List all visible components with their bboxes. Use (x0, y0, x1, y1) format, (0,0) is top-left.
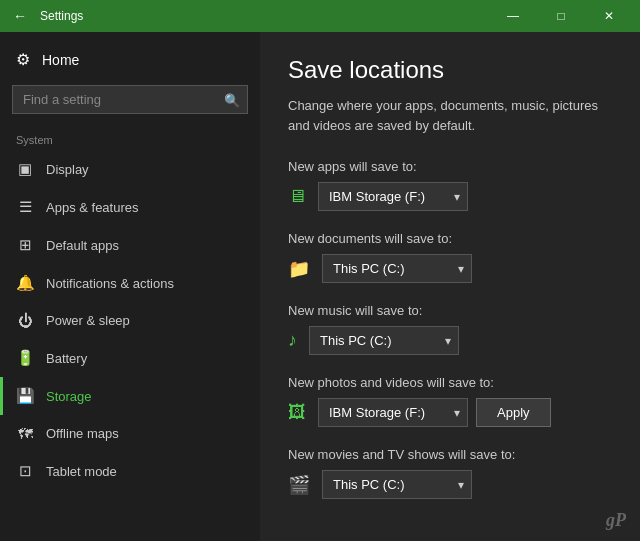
close-button[interactable]: ✕ (586, 0, 632, 32)
window-controls: — □ ✕ (490, 0, 632, 32)
photos-dropdown[interactable]: IBM Storage (F:) This PC (C:) (318, 398, 468, 427)
default-apps-icon: ⊞ (16, 236, 34, 254)
music-save-label: New music will save to: (288, 303, 612, 318)
tablet-icon: ⊡ (16, 462, 34, 480)
sidebar-item-tablet-mode-label: Tablet mode (46, 464, 117, 479)
apps-save-controls: 🖥 IBM Storage (F:) This PC (C:) (288, 182, 612, 211)
page-title: Save locations (288, 56, 612, 84)
documents-save-label: New documents will save to: (288, 231, 612, 246)
battery-icon: 🔋 (16, 349, 34, 367)
documents-save-controls: 📁 This PC (C:) IBM Storage (F:) (288, 254, 612, 283)
music-dropdown-wrapper: This PC (C:) IBM Storage (F:) (309, 326, 459, 355)
apps-dropdown-wrapper: IBM Storage (F:) This PC (C:) (318, 182, 468, 211)
sidebar-item-battery[interactable]: 🔋 Battery (0, 339, 260, 377)
sidebar-item-default-apps-label: Default apps (46, 238, 119, 253)
photos-save-label: New photos and videos will save to: (288, 375, 612, 390)
movies-row-icon: 🎬 (288, 474, 310, 496)
sidebar-home[interactable]: ⚙ Home (0, 40, 260, 79)
content-area: Save locations Change where your apps, d… (260, 32, 640, 541)
save-row-apps: New apps will save to: 🖥 IBM Storage (F:… (288, 159, 612, 211)
window-title: Settings (40, 9, 490, 23)
sidebar: ⚙ Home 🔍 System ▣ Display ☰ Apps & featu… (0, 32, 260, 541)
maximize-button[interactable]: □ (538, 0, 584, 32)
save-row-photos: New photos and videos will save to: 🖼 IB… (288, 375, 612, 427)
sidebar-item-display[interactable]: ▣ Display (0, 150, 260, 188)
sidebar-home-label: Home (42, 52, 79, 68)
apps-dropdown[interactable]: IBM Storage (F:) This PC (C:) (318, 182, 468, 211)
sidebar-item-storage[interactable]: 💾 Storage (0, 377, 260, 415)
save-row-music: New music will save to: ♪ This PC (C:) I… (288, 303, 612, 355)
sidebar-item-apps-label: Apps & features (46, 200, 139, 215)
photos-row-icon: 🖼 (288, 402, 306, 423)
save-row-documents: New documents will save to: 📁 This PC (C… (288, 231, 612, 283)
search-icon: 🔍 (224, 92, 240, 107)
music-save-controls: ♪ This PC (C:) IBM Storage (F:) (288, 326, 612, 355)
main-layout: ⚙ Home 🔍 System ▣ Display ☰ Apps & featu… (0, 32, 640, 541)
notifications-icon: 🔔 (16, 274, 34, 292)
sidebar-item-display-label: Display (46, 162, 89, 177)
minimize-button[interactable]: — (490, 0, 536, 32)
sidebar-item-default-apps[interactable]: ⊞ Default apps (0, 226, 260, 264)
documents-row-icon: 📁 (288, 258, 310, 280)
apps-icon: ☰ (16, 198, 34, 216)
sidebar-item-storage-label: Storage (46, 389, 92, 404)
search-box: 🔍 (12, 85, 248, 114)
page-description: Change where your apps, documents, music… (288, 96, 612, 135)
sidebar-item-battery-label: Battery (46, 351, 87, 366)
sidebar-item-apps[interactable]: ☰ Apps & features (0, 188, 260, 226)
sidebar-item-notifications[interactable]: 🔔 Notifications & actions (0, 264, 260, 302)
sidebar-section-label: System (0, 126, 260, 150)
movies-save-controls: 🎬 This PC (C:) IBM Storage (F:) (288, 470, 612, 499)
sidebar-item-offline-maps[interactable]: 🗺 Offline maps (0, 415, 260, 452)
sidebar-item-notifications-label: Notifications & actions (46, 276, 174, 291)
photos-save-controls: 🖼 IBM Storage (F:) This PC (C:) Apply (288, 398, 612, 427)
apply-button[interactable]: Apply (476, 398, 551, 427)
movies-dropdown[interactable]: This PC (C:) IBM Storage (F:) (322, 470, 472, 499)
sidebar-item-power[interactable]: ⏻ Power & sleep (0, 302, 260, 339)
home-icon: ⚙ (16, 50, 30, 69)
save-row-movies: New movies and TV shows will save to: 🎬 … (288, 447, 612, 499)
documents-dropdown[interactable]: This PC (C:) IBM Storage (F:) (322, 254, 472, 283)
apps-save-label: New apps will save to: (288, 159, 612, 174)
photos-dropdown-wrapper: IBM Storage (F:) This PC (C:) (318, 398, 468, 427)
storage-icon: 💾 (16, 387, 34, 405)
apps-row-icon: 🖥 (288, 186, 306, 207)
search-input[interactable] (12, 85, 248, 114)
music-row-icon: ♪ (288, 330, 297, 351)
back-button[interactable]: ← (8, 4, 32, 28)
movies-save-label: New movies and TV shows will save to: (288, 447, 612, 462)
power-icon: ⏻ (16, 312, 34, 329)
documents-dropdown-wrapper: This PC (C:) IBM Storage (F:) (322, 254, 472, 283)
movies-dropdown-wrapper: This PC (C:) IBM Storage (F:) (322, 470, 472, 499)
maps-icon: 🗺 (16, 425, 34, 442)
sidebar-item-offline-maps-label: Offline maps (46, 426, 119, 441)
display-icon: ▣ (16, 160, 34, 178)
sidebar-item-power-label: Power & sleep (46, 313, 130, 328)
sidebar-item-tablet-mode[interactable]: ⊡ Tablet mode (0, 452, 260, 490)
music-dropdown[interactable]: This PC (C:) IBM Storage (F:) (309, 326, 459, 355)
back-icon: ← (13, 8, 27, 24)
title-bar: ← Settings — □ ✕ (0, 0, 640, 32)
watermark: gP (606, 510, 626, 531)
